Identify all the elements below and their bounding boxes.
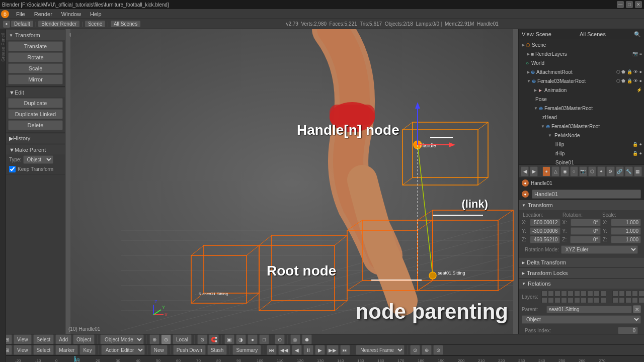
maximize-button[interactable]: □ <box>626 1 633 8</box>
pass-index-value[interactable]: 0 <box>618 327 638 334</box>
layer-7[interactable] <box>581 291 587 297</box>
anim-marker-btn[interactable]: Marker <box>55 345 78 355</box>
rotate-button[interactable]: Rotate <box>8 52 63 62</box>
keep-transform-checkbox[interactable] <box>9 166 16 172</box>
anim-key-btn[interactable]: Key <box>79 345 95 355</box>
outliner-scene[interactable]: ▶ ⬡ Scene <box>519 40 644 49</box>
outliner-lhip[interactable]: lHip 🔒 ● <box>519 140 644 149</box>
play-rev-btn[interactable]: ◀ <box>292 345 302 355</box>
add-btn[interactable]: Add <box>55 334 71 344</box>
step-back-btn[interactable]: ◀◀ <box>278 345 290 355</box>
scale-z-input[interactable]: 1.000 <box>611 236 641 243</box>
type-select[interactable]: Object <box>23 155 53 164</box>
anim-icons-3[interactable]: ⊙ <box>433 345 443 355</box>
layer-4[interactable] <box>561 291 567 297</box>
view-btn[interactable]: View <box>14 334 32 344</box>
transform-orient-select[interactable]: Local <box>173 334 192 344</box>
step-fwd-btn[interactable]: ▶▶ <box>327 345 339 355</box>
layer-6[interactable] <box>574 291 580 297</box>
layer-18[interactable] <box>587 297 593 303</box>
scale-y-input[interactable]: 1.000 <box>611 227 641 235</box>
outliner-spine01[interactable]: Spine01 <box>519 158 644 165</box>
layer-3[interactable] <box>554 291 560 297</box>
outliner-rhip[interactable]: rHip 🔒 ● <box>519 149 644 158</box>
anim-editor-select[interactable]: Action Editor <box>101 345 145 355</box>
layer-25[interactable] <box>638 291 644 297</box>
timeline-ruler[interactable]: -20 -10 0 10 20 30 40 50 60 70 80 90 100… <box>0 356 644 362</box>
mode-select[interactable]: Object Mode <box>100 334 144 344</box>
transform-locks-header[interactable]: ▶ Transform Locks <box>519 268 644 278</box>
layer-20[interactable] <box>600 297 606 303</box>
outliner-renderlayers[interactable]: ▶ ■ RenderLayers 📷 ≡ <box>519 49 644 58</box>
anim-new-btn[interactable]: New <box>150 345 168 355</box>
engine-selector[interactable]: Blender Render <box>38 21 79 27</box>
edit-header[interactable]: ▼ Edit <box>6 88 65 97</box>
layer-19[interactable] <box>594 297 600 303</box>
layer-32[interactable] <box>619 297 625 303</box>
stash-btn[interactable]: Stash <box>207 345 227 355</box>
props-render-btn[interactable]: 📷 <box>579 166 587 176</box>
menu-file[interactable]: File <box>12 9 29 19</box>
props-object-btn[interactable]: ● <box>542 166 550 176</box>
props-modifiers-btn[interactable]: 🔧 <box>625 166 633 176</box>
mirror-button[interactable]: Mirror <box>8 74 63 84</box>
props-world-btn[interactable]: ○ <box>570 166 578 176</box>
outliner-search-icon[interactable]: 🔍 <box>634 31 641 38</box>
layer-1[interactable] <box>541 291 547 297</box>
props-mesh-btn[interactable]: △ <box>551 166 559 176</box>
anim-select-btn[interactable]: Select <box>33 345 54 355</box>
props-constraints-btn[interactable]: 🔗 <box>616 166 624 176</box>
props-material-btn[interactable]: ◉ <box>560 166 569 176</box>
scale-button[interactable]: Scale <box>8 63 63 73</box>
rot-x-input[interactable]: 0° <box>571 219 601 226</box>
push-down-btn[interactable]: Push Down <box>173 345 206 355</box>
parent-type-select[interactable]: Object <box>522 315 641 324</box>
layer-14[interactable] <box>561 297 567 303</box>
translate-button[interactable]: Translate <box>8 41 63 51</box>
layer-23[interactable] <box>625 291 631 297</box>
layer-12[interactable] <box>548 297 554 303</box>
props-back-btn[interactable]: ◀ <box>521 166 529 176</box>
proportional-btn[interactable]: ⊙ <box>275 334 285 344</box>
layer-16[interactable] <box>574 297 580 303</box>
render-shade-btn[interactable]: ● <box>248 334 258 344</box>
object-btn[interactable]: Object <box>73 334 95 344</box>
summary-btn[interactable]: Summary <box>232 345 261 355</box>
play-fwd-btn[interactable]: ▶ <box>315 345 325 355</box>
props-data-btn[interactable]: ▦ <box>634 166 642 176</box>
layer-24[interactable] <box>632 291 638 297</box>
layer-11[interactable] <box>541 297 547 303</box>
snap-btn[interactable]: 🧲 <box>209 334 219 344</box>
layer-35[interactable] <box>638 297 644 303</box>
rot-y-input[interactable]: 0° <box>571 227 601 235</box>
layer-22[interactable] <box>619 291 625 297</box>
layer-15[interactable] <box>568 297 574 303</box>
minimize-button[interactable]: — <box>617 1 624 8</box>
layer-5[interactable] <box>568 291 574 297</box>
outliner-world[interactable]: ○ World <box>519 58 644 67</box>
anim-icons-2[interactable]: ⊕ <box>422 345 432 355</box>
stop-btn[interactable]: ⏸ <box>303 345 313 355</box>
viewport[interactable]: User Persp <box>65 29 518 334</box>
layer-17[interactable] <box>581 297 587 303</box>
pivot-btn[interactable]: ⊙ <box>197 334 207 344</box>
select-btn[interactable]: Select <box>33 334 54 344</box>
play-btn[interactable]: ⏮ <box>267 345 277 355</box>
scenes-label[interactable]: All Scenes <box>111 21 140 27</box>
layer-8[interactable] <box>587 291 593 297</box>
history-header[interactable]: ▶ History <box>6 134 65 143</box>
layer-34[interactable] <box>632 297 638 303</box>
outliner-female03root-3[interactable]: ▼ ⊕ Female03MasterRoot <box>519 122 644 131</box>
solid-shade-btn[interactable]: ▣ <box>224 334 234 344</box>
rot-z-input[interactable]: 0° <box>570 236 600 243</box>
outliner-content[interactable]: ▶ ⬡ Scene ▶ ■ RenderLayers 📷 ≡ ○ World <box>519 39 644 165</box>
menu-help[interactable]: Help <box>86 9 106 19</box>
delete-button[interactable]: Delete <box>8 120 63 130</box>
props-scene-btn[interactable]: ⬡ <box>588 166 596 176</box>
outliner-all-scenes[interactable]: All Scenes <box>580 31 606 37</box>
layer-10[interactable] <box>600 291 606 297</box>
close-button[interactable]: ✕ <box>635 1 642 8</box>
duplicate-button[interactable]: Duplicate <box>8 98 63 108</box>
nearest-frame-select[interactable]: Nearest Frame <box>356 345 405 355</box>
outliner-zhead[interactable]: zHead <box>519 113 644 122</box>
